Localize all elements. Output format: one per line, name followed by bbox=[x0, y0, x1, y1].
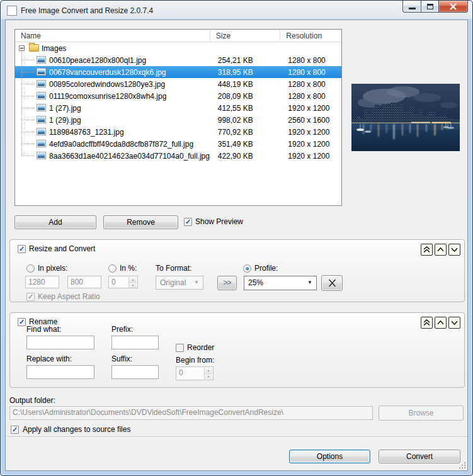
prefix-label: Prefix: bbox=[111, 325, 133, 334]
image-file-icon bbox=[37, 116, 46, 123]
width-input[interactable]: 1280 bbox=[25, 276, 59, 288]
in-percent-label[interactable]: In %: bbox=[120, 264, 137, 273]
chevron-up-icon bbox=[435, 317, 446, 329]
tree-root-row[interactable]: Images bbox=[15, 42, 341, 54]
chevron-down-icon: ▼ bbox=[194, 280, 199, 285]
to-format-label: To Format: bbox=[156, 264, 191, 273]
resize-grip-icon[interactable] bbox=[459, 462, 465, 468]
profile-dropdown[interactable]: 25% ▼ bbox=[244, 276, 317, 290]
reorder-checkbox[interactable] bbox=[176, 344, 184, 352]
prefix-input[interactable] bbox=[111, 336, 159, 349]
find-what-input[interactable] bbox=[26, 336, 94, 349]
output-folder-input[interactable]: C:\Users\Administrator\Documents\DVDVide… bbox=[9, 406, 373, 420]
column-header-size[interactable]: Size bbox=[210, 30, 281, 42]
percent-stepper[interactable]: 0 ▲ ▼ bbox=[108, 276, 138, 288]
file-rows: Images 00610peace1280x800ql1.jpg 254,21 … bbox=[15, 42, 341, 162]
image-file-icon bbox=[37, 80, 46, 88]
resize-convert-checkbox[interactable]: ✓ bbox=[18, 245, 26, 253]
title-bar[interactable]: Free Image Convert and Resize 2.0.7.4 bbox=[1, 1, 472, 20]
in-pixels-radio[interactable] bbox=[26, 264, 35, 273]
maximize-icon bbox=[427, 4, 433, 9]
tree-root-label: Images bbox=[42, 44, 66, 53]
maximize-button[interactable] bbox=[421, 1, 439, 13]
file-resolution: 1280 x 800 bbox=[280, 92, 341, 101]
apply-changes-checkbox[interactable]: ✓ bbox=[11, 426, 19, 434]
file-row[interactable]: 1 (27).jpg 412,55 KB 1920 x 1200 bbox=[15, 102, 341, 114]
in-pixels-label[interactable]: In pixels: bbox=[38, 264, 67, 273]
client-area: Name Size Resolution Images bbox=[5, 20, 468, 471]
output-folder-label: Output folder: bbox=[9, 396, 55, 405]
profile-radio[interactable] bbox=[243, 264, 251, 273]
delete-profile-button[interactable] bbox=[321, 275, 343, 291]
file-size: 254,21 KB bbox=[210, 56, 281, 65]
check-icon: ✓ bbox=[19, 245, 25, 252]
convert-button[interactable]: Convert bbox=[379, 450, 460, 463]
column-header-resolution[interactable]: Resolution bbox=[280, 30, 341, 42]
move-top-button[interactable] bbox=[421, 244, 433, 256]
format-dropdown[interactable]: Original ▼ bbox=[156, 276, 203, 290]
transfer-button[interactable]: >> bbox=[217, 276, 237, 290]
close-button[interactable] bbox=[439, 1, 468, 13]
spin-up-icon[interactable]: ▲ bbox=[205, 368, 212, 374]
show-preview-label[interactable]: Show Preview bbox=[195, 217, 243, 226]
file-size: 998,02 KB bbox=[210, 116, 281, 125]
file-row[interactable]: 8aa3663d1ae40214623ae034d77104a0_full.jp… bbox=[15, 150, 341, 162]
in-percent-radio[interactable] bbox=[108, 264, 117, 273]
file-row[interactable]: 4efd9a0adcffbff49cda8d8cfb87f872_full.jp… bbox=[15, 138, 341, 150]
double-chevron-up-icon bbox=[421, 317, 432, 329]
spin-down-icon[interactable]: ▼ bbox=[205, 374, 212, 380]
apply-changes-label[interactable]: Apply all changes to source files bbox=[23, 425, 130, 434]
file-size: 770,92 KB bbox=[210, 128, 281, 137]
file-name: 1189848763_1231.jpg bbox=[49, 128, 124, 137]
rename-checkbox[interactable]: ✓ bbox=[18, 318, 26, 326]
app-icon bbox=[7, 6, 17, 16]
move-down-button[interactable] bbox=[448, 317, 460, 329]
minimize-button[interactable] bbox=[402, 1, 421, 13]
suffix-input[interactable] bbox=[111, 365, 159, 379]
move-up-button[interactable] bbox=[435, 317, 447, 329]
file-name: 8aa3663d1ae40214623ae034d77104a0_full.jp… bbox=[49, 152, 210, 161]
move-down-button[interactable] bbox=[448, 244, 460, 256]
file-row[interactable]: 00678vancouverdusk1280xqk6.jpg 318,95 KB… bbox=[15, 66, 341, 78]
begin-from-label: Begin from: bbox=[176, 356, 214, 365]
file-name: 1 (27).jpg bbox=[49, 104, 81, 113]
file-row[interactable]: 00895coloredwindows1280ye3.jpg 448,19 KB… bbox=[15, 78, 341, 90]
file-resolution: 1920 x 1200 bbox=[280, 128, 341, 137]
move-up-button[interactable] bbox=[435, 244, 447, 256]
begin-from-stepper[interactable]: 0 ▲ ▼ bbox=[176, 366, 214, 380]
spin-up-icon[interactable]: ▲ bbox=[129, 277, 137, 283]
check-icon: ✓ bbox=[28, 293, 33, 300]
image-file-icon bbox=[37, 128, 46, 135]
replace-with-label: Replace with: bbox=[26, 354, 72, 363]
file-row[interactable]: 00610peace1280x800ql1.jpg 254,21 KB 1280… bbox=[15, 54, 341, 66]
file-size: 422,90 KB bbox=[210, 152, 281, 161]
double-chevron-up-icon bbox=[421, 244, 432, 256]
options-button[interactable]: Options bbox=[289, 450, 370, 463]
file-list: Name Size Resolution Images bbox=[14, 29, 342, 206]
move-top-button[interactable] bbox=[421, 317, 433, 329]
keep-aspect-checkbox[interactable]: ✓ bbox=[26, 293, 35, 301]
file-size: 318,95 KB bbox=[210, 68, 281, 77]
column-header-name[interactable]: Name bbox=[15, 30, 210, 42]
file-row[interactable]: 1 (29).jpg 998,02 KB 2560 x 1600 bbox=[15, 114, 341, 126]
tree-collapse-icon[interactable] bbox=[19, 45, 25, 51]
remove-button[interactable]: Remove bbox=[103, 215, 178, 229]
show-preview-checkbox[interactable]: ✓ bbox=[184, 218, 192, 226]
chevron-down-icon: ▼ bbox=[307, 280, 312, 285]
file-resolution: 2560 x 1600 bbox=[280, 116, 341, 125]
check-icon: ✓ bbox=[19, 318, 25, 326]
file-row[interactable]: 1189848763_1231.jpg 770,92 KB 1920 x 120… bbox=[15, 126, 341, 138]
file-size: 351,49 KB bbox=[210, 140, 281, 149]
suffix-label: Suffix: bbox=[111, 354, 132, 363]
spin-down-icon[interactable]: ▼ bbox=[129, 283, 137, 288]
replace-with-input[interactable] bbox=[26, 365, 94, 379]
height-input[interactable]: 800 bbox=[67, 276, 101, 288]
reorder-label[interactable]: Reorder bbox=[187, 343, 214, 352]
list-header: Name Size Resolution bbox=[15, 30, 341, 42]
image-file-icon bbox=[37, 56, 46, 64]
profile-label[interactable]: Profile: bbox=[254, 264, 278, 273]
file-row[interactable]: 01119comoxsunrise1280x8wh4.jpg 208,09 KB… bbox=[15, 90, 341, 102]
browse-button[interactable]: Browse bbox=[379, 405, 464, 421]
add-button[interactable]: Add bbox=[14, 215, 96, 229]
file-size: 208,09 KB bbox=[210, 92, 281, 101]
